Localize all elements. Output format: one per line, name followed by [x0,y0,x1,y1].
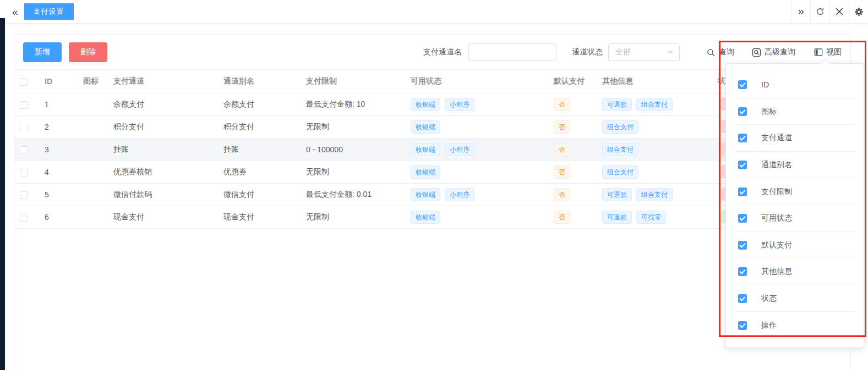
select-all-checkbox[interactable] [20,78,28,86]
cell-channel-alias: 微信支付 [218,184,301,206]
add-button[interactable]: 新增 [23,42,62,62]
checked-checkbox-icon[interactable] [738,267,747,276]
header-cell: 其他信息 [597,70,712,93]
close-icon [836,8,843,15]
cell-other-info: 可退款组合支付 [597,184,712,206]
default-pay-tag: 否 [554,143,570,156]
available-status-tag: 小程序 [445,98,474,111]
checked-checkbox-icon[interactable] [738,187,747,196]
row-checkbox[interactable] [20,124,28,131]
view-button[interactable]: 视图 [814,47,842,57]
header-label: 其他信息 [602,76,633,85]
checked-checkbox-icon[interactable] [738,107,747,116]
header-cell: 默认支付 [548,70,597,93]
view-columns-dropdown: ID图标支付通道通道别名支付限制可用状态默认支付其他信息状态操作 [725,63,864,348]
header-label: ID [45,77,52,86]
cell-available-status: 收银端小程序 [405,139,548,161]
default-pay-tag: 否 [554,188,570,201]
other-info-tag: 组合支付 [602,165,638,179]
cell-id-text: 6 [45,213,49,222]
cell-payment-limit-text: 最低支付金额: 0.01 [306,190,372,198]
checked-checkbox-icon[interactable] [738,80,747,89]
row-checkbox-cell [14,161,39,184]
close-tab-button[interactable] [829,0,849,23]
header-label: 支付限制 [306,76,337,85]
cell-payment-limit: 0 - 100000 [301,139,405,161]
other-info-tag: 组合支付 [636,188,673,201]
cell-channel-alias: 积分支付 [218,116,301,139]
expand-tabs-button[interactable]: » [791,0,810,23]
delete-button[interactable]: 删除 [69,42,107,62]
cell-id: 3 [39,139,78,161]
refresh-button[interactable] [810,0,829,23]
other-info-tag: 组合支付 [602,143,638,156]
row-checkbox[interactable] [20,101,28,109]
column-toggle-label: 支付通道 [761,133,792,143]
row-checkbox[interactable] [20,214,28,222]
row-checkbox[interactable] [20,146,28,154]
cell-channel-alias: 挂账 [218,139,301,161]
cell-payment-limit: 最低支付金额: 10 [301,93,405,116]
cell-payment-limit-text: 无限制 [306,122,329,131]
header-cell: 通道别名 [218,70,301,93]
row-checkbox-cell [14,184,39,206]
cell-payment-channel: 微信付款码 [108,184,218,206]
row-checkbox[interactable] [20,169,28,176]
header-cell: 图标 [78,70,108,93]
checked-checkbox-icon[interactable] [738,321,747,330]
tab-payment-settings[interactable]: 支付设置 [24,3,74,20]
checked-checkbox-icon[interactable] [738,241,747,250]
cell-default-pay: 否 [548,139,597,161]
available-status-tag: 收银端 [411,98,440,111]
column-toggle-item[interactable]: 操作 [726,312,864,339]
column-toggle-item[interactable]: 其他信息 [726,258,864,285]
channel-status-select[interactable]: 全部 [608,43,680,61]
checked-checkbox-icon[interactable] [738,161,747,169]
collapse-tabs-icon[interactable]: « [12,7,18,17]
column-toggle-item[interactable]: 通道别名 [726,152,864,179]
search-icon [706,48,716,57]
cell-id: 5 [39,184,78,206]
cell-id: 4 [39,161,78,184]
cell-payment-channel: 优惠券核销 [108,161,218,184]
channel-status-label: 通道状态 [572,47,603,57]
default-pay-tag: 否 [554,120,570,134]
collapsed-sidebar [0,18,5,370]
default-pay-tag: 否 [554,98,570,111]
cell-available-status: 收银端小程序 [405,93,548,116]
query-button[interactable]: 查询 [706,47,734,57]
advanced-query-button-label: 高级查询 [765,47,795,57]
checked-checkbox-icon[interactable] [738,294,747,303]
available-status-tag: 收银端 [411,188,440,201]
checked-checkbox-icon[interactable] [738,134,747,142]
settings-button[interactable] [849,0,868,23]
cell-payment-channel-text: 余额支付 [113,100,144,108]
row-checkbox[interactable] [20,191,28,199]
header-label: 默认支付 [554,76,585,85]
column-toggle-label: 通道别名 [761,160,792,170]
cell-available-status: 收银端小程序 [405,184,548,206]
column-toggle-item[interactable]: 状态 [726,285,864,312]
double-chevron-right-icon: » [798,5,804,16]
cell-payment-channel-text: 优惠券核销 [113,167,152,176]
column-toggle-item[interactable]: 支付通道 [726,125,864,152]
other-info-tag: 可找零 [636,211,666,224]
header-cell: 可用状态 [405,70,548,93]
available-status-tag: 收银端 [411,143,440,156]
cell-icon [78,93,108,116]
column-toggle-item[interactable]: ID [726,71,864,98]
column-toggle-item[interactable]: 图标 [726,98,864,125]
column-toggle-label: 支付限制 [761,187,792,197]
advanced-query-button[interactable]: 高级查询 [752,47,795,57]
channel-name-input[interactable] [468,43,556,61]
cell-icon [78,206,108,229]
checked-checkbox-icon[interactable] [738,214,747,223]
header-label: 支付通道 [113,76,144,85]
cell-payment-channel: 现金支付 [108,206,218,229]
column-toggle-item[interactable]: 支付限制 [726,178,864,205]
column-toggle-item[interactable]: 默认支付 [726,232,864,259]
cell-id-text: 5 [45,190,49,199]
column-toggle-item[interactable]: 可用状态 [726,205,864,232]
cell-default-pay: 否 [548,161,597,184]
column-toggle-label: ID [761,80,769,89]
